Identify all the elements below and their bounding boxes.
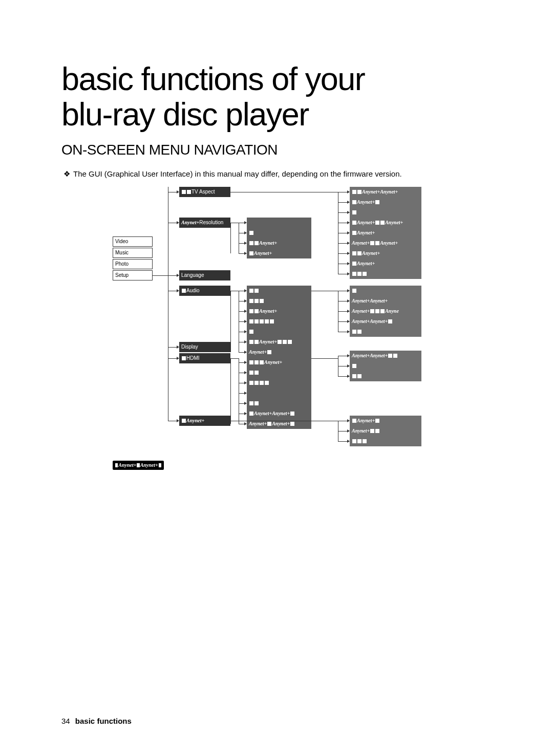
c2-item [247,218,311,228]
page-title: basic functions of your blu-ray disc pla… [61,61,492,133]
c3-item [350,269,421,279]
c3-item: Anynet+ [350,426,421,436]
c2-item: Anynet+ [247,337,311,347]
intro-note: The GUI (Graphical User Interface) in th… [61,169,492,179]
c2-item [247,368,311,378]
c2-item: Anynet+ [247,347,311,357]
page-label: basic functions [75,717,132,725]
c3-item: Anynet+ [350,248,421,258]
section-subtitle: ON-SCREEN MENU NAVIGATION [61,142,492,158]
c2-item: Anynet+ [247,357,311,368]
menu-setup: Setup [113,270,153,280]
menu-video: Video [113,236,153,247]
c2-item [247,228,311,238]
menu-music: Music [113,248,153,258]
c3-item: Anynet+ [350,197,421,207]
c3-item: Anynet+Anynet+ [350,218,421,228]
c2-item: Anynet+Anynet+ [247,408,311,419]
c3-item: Anynet+Anyne [350,306,421,316]
c1-item: Anynet+ [179,416,230,426]
c2-item [247,327,311,337]
c3-item: Anynet+ [350,258,421,269]
c3-item [350,371,421,381]
c2-item [247,286,311,296]
c2-item [247,378,311,388]
c3-item [350,286,421,296]
c1-item: Audio [179,286,230,296]
c2-item [247,398,311,408]
c1-item: Language [179,270,230,280]
page-number: 34 [61,717,70,725]
c3-item: Anynet+Anynet+ [350,187,421,197]
c2-item [247,296,311,306]
c3-item [350,207,421,218]
c3-item: Anynet+Anynet+ [350,316,421,327]
menu-navigation-diagram: Video Music Photo Setup TV Aspect Anynet… [113,187,466,463]
c1-item: Display [179,342,230,352]
menu-photo: Photo [113,259,153,269]
c2-item: Anynet+Anynet+ [247,419,311,429]
footer-pill: Anynet+Anynet+ [113,461,164,470]
c2-item [247,316,311,327]
c3-item [350,327,421,337]
c1-item: HDMI [179,353,230,363]
c2-item: Anynet+ [247,306,311,316]
title-line2: blu-ray disc player [61,96,309,132]
c3-item [350,436,421,446]
c2-item: Anynet+ [247,248,311,258]
c3-item: Anynet+Anynet+ [350,238,421,248]
c2-item: Anynet+ [247,238,311,248]
c3-item: Anynet+ [350,416,421,426]
c3-item: Anynet+ [350,228,421,238]
c3-item: Anynet+Anynet+ [350,351,421,361]
c1-item: TV Aspect [179,187,230,197]
c3-item [350,361,421,371]
page-footer: 34 basic functions [61,717,132,725]
c1-item: Anynet+ Resolution [179,218,230,228]
c2-item [247,388,311,398]
c3-item: Anynet+Anynet+ [350,296,421,306]
title-line1: basic functions of your [61,61,365,97]
